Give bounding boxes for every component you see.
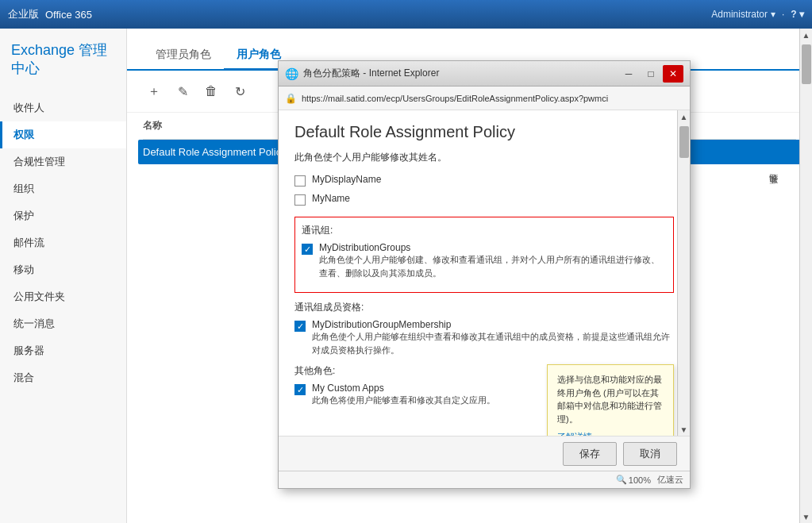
sidebar-item-organization[interactable]: 组织 (0, 175, 126, 202)
checkbox-distgroups[interactable]: ✓ (302, 244, 313, 255)
sidebar-item-protection[interactable]: 保护 (0, 202, 126, 229)
main-scroll-thumb[interactable] (802, 44, 811, 84)
checkbox-row-myname: MyName (294, 193, 674, 206)
add-button[interactable]: ＋ (143, 80, 165, 102)
ie-addressbar: 🔒 https://mail.satid.com/ecp/UsersGroups… (279, 87, 690, 110)
brand-office365: Office 365 (45, 9, 92, 21)
ie-close-button[interactable]: ✕ (663, 65, 683, 83)
admin-label: Administrator (711, 9, 768, 20)
separator: · (782, 9, 784, 20)
sidebar-item-compliance[interactable]: 合规性管理 (0, 148, 126, 175)
sidebar-item-publicfolders[interactable]: 公用文件夹 (0, 283, 126, 310)
section2-title: 通讯组成员资格: (294, 301, 674, 314)
sidebar-item-mobile[interactable]: 移动 (0, 256, 126, 283)
ie-maximize-button[interactable]: □ (641, 65, 661, 83)
sidebar-item-recipients[interactable]: 收件人 (0, 94, 126, 121)
section1-desc: 此角色使个人用户能够创建、修改和查看通讯组，并对个人用户所有的通讯组进行修改、查… (319, 253, 667, 279)
refresh-button[interactable]: ↻ (229, 80, 251, 102)
tooltip-link[interactable]: 了解详情 (557, 430, 664, 436)
ie-minimize-button[interactable]: ─ (618, 65, 639, 83)
section-membership: 通讯组成员资格: ✓ MyDistributionGroupMembership… (294, 301, 674, 356)
ie-footer: 保存 取消 (279, 436, 690, 471)
section2-desc: 此角色使个人用户能够在组织中查看和修改其在通讯组中的成员资格，前提是这些通讯组允… (312, 330, 674, 356)
sidebar-item-hybrid[interactable]: 混合 (0, 364, 126, 391)
checkbox-distgroups-label-wrapper: MyDistributionGroups 此角色使个人用户能够创建、修改和查看通… (319, 242, 667, 279)
sidebar: Exchange 管理中心 收件人 权限 合规性管理 组织 保护 邮件流 移动 … (0, 29, 127, 523)
ie-scrollbar: ▲ ▼ (677, 110, 690, 436)
top-bar-left: 企业版 Office 365 (8, 7, 92, 21)
ie-window: 🌐 角色分配策略 - Internet Explorer ─ □ ✕ 🔒 htt… (278, 60, 691, 489)
checkbox-displayname[interactable] (294, 175, 306, 187)
checkbox-distgroups-label: MyDistributionGroups (319, 242, 667, 253)
scroll-up-arrow[interactable]: ▲ (678, 110, 691, 123)
scroll-down-arrow[interactable]: ▼ (678, 423, 691, 436)
checkbox-membership-label-wrapper: MyDistributionGroupMembership 此角色使个人用户能够… (312, 319, 674, 356)
zoom-icon: 🔍 (616, 475, 627, 485)
sidebar-item-unifiedmsg[interactable]: 统一消息 (0, 310, 126, 337)
help-label: ? (791, 9, 796, 20)
checkbox-myname-label: MyName (312, 193, 350, 204)
top-bar: 企业版 Office 365 Administrator ▾ · ? ▾ (0, 0, 812, 29)
ie-title: 🌐 角色分配策略 - Internet Explorer (285, 67, 439, 80)
checkbox-row-distgroups: ✓ MyDistributionGroups 此角色使个人用户能够创建、修改和查… (302, 242, 667, 279)
tooltip-text: 选择与信息和功能对应的最终用户角色 (用户可以在其邮箱中对信息和功能进行管理)。 (557, 375, 662, 424)
delete-button[interactable]: 🗑 (200, 80, 222, 102)
tab-admin-roles[interactable]: 管理员角色 (143, 41, 224, 71)
ie-page-title: Default Role Assignment Policy (294, 123, 674, 141)
tooltip-box: 选择与信息和功能对应的最终用户角色 (用户可以在其邮箱中对信息和功能进行管理)。… (547, 364, 674, 436)
ie-logo-icon: 🌐 (285, 67, 298, 80)
checkbox-row-membership: ✓ MyDistributionGroupMembership 此角色使个人用户… (294, 319, 674, 356)
brand-enterprise: 企业版 (8, 7, 39, 21)
chevron-down-icon: ▾ (771, 9, 775, 20)
zoom-value: 100% (629, 475, 651, 485)
main-layout: Exchange 管理中心 收件人 权限 合规性管理 组织 保护 邮件流 移动 … (0, 29, 812, 523)
checkbox-displayname-label: MyDisplayName (312, 174, 381, 185)
scroll-thumb[interactable] (679, 126, 689, 158)
ie-description: 此角色使个人用户能够修改其姓名。 (294, 151, 674, 164)
ie-url: https://mail.satid.com/ecp/UsersGroups/E… (302, 94, 683, 103)
zoom-level: 🔍 100% (616, 475, 651, 485)
chevron-down-icon: ▾ (799, 9, 804, 20)
section1-title: 通讯组: (302, 224, 667, 237)
cancel-button[interactable]: 取消 (623, 442, 677, 466)
sidebar-item-servers[interactable]: 服务器 (0, 337, 126, 364)
main-scroll-down[interactable]: ▼ (800, 510, 813, 523)
ie-statusbar: 🔍 100% 亿速云 (279, 471, 690, 488)
checkbox-customapps-label: My Custom Apps (312, 383, 495, 394)
checkbox-customapps[interactable]: ✓ (294, 384, 306, 395)
lock-icon: 🔒 (285, 93, 297, 104)
top-bar-right: Administrator ▾ · ? ▾ (711, 9, 804, 20)
checkbox-membership[interactable]: ✓ (294, 321, 306, 332)
help-button[interactable]: ? ▾ (791, 9, 804, 20)
edit-button[interactable]: ✎ (171, 80, 194, 102)
ie-title-text: 角色分配策略 - Internet Explorer (303, 67, 439, 80)
save-button[interactable]: 保存 (563, 442, 617, 466)
main-scrollbar: ▲ ▼ (799, 29, 812, 523)
watermark-label: 亿速云 (657, 474, 683, 486)
checkbox-customapps-label-wrapper: My Custom Apps 此角色将使用户能够查看和修改其自定义应用。 (312, 383, 495, 407)
admin-button[interactable]: Administrator ▾ (711, 9, 775, 20)
ie-content-wrapper: Default Role Assignment Policy 此角色使个人用户能… (279, 110, 690, 436)
content-area: 管理员角色 用户角色 ＋ ✎ 🗑 ↻ 名称 Default Role Assig… (127, 29, 812, 523)
sidebar-item-mailflow[interactable]: 邮件流 (0, 229, 126, 256)
sidebar-item-permissions[interactable]: 权限 (0, 121, 126, 148)
checkbox-membership-label: MyDistributionGroupMembership (312, 319, 674, 330)
main-scroll-up[interactable]: ▲ (800, 29, 813, 41)
checkbox-myname[interactable] (294, 194, 306, 206)
section-distribution-groups: 通讯组: ✓ MyDistributionGroups 此角色使个人用户能够创建… (294, 217, 674, 293)
sidebar-title: Exchange 管理中心 (0, 29, 126, 94)
ie-window-controls: ─ □ ✕ (618, 65, 683, 83)
section3-desc: 此角色将使用户能够查看和修改其自定义应用。 (312, 394, 495, 407)
checkbox-row-displayname: MyDisplayName (294, 174, 674, 187)
ie-titlebar: 🌐 角色分配策略 - Internet Explorer ─ □ ✕ (279, 61, 690, 87)
